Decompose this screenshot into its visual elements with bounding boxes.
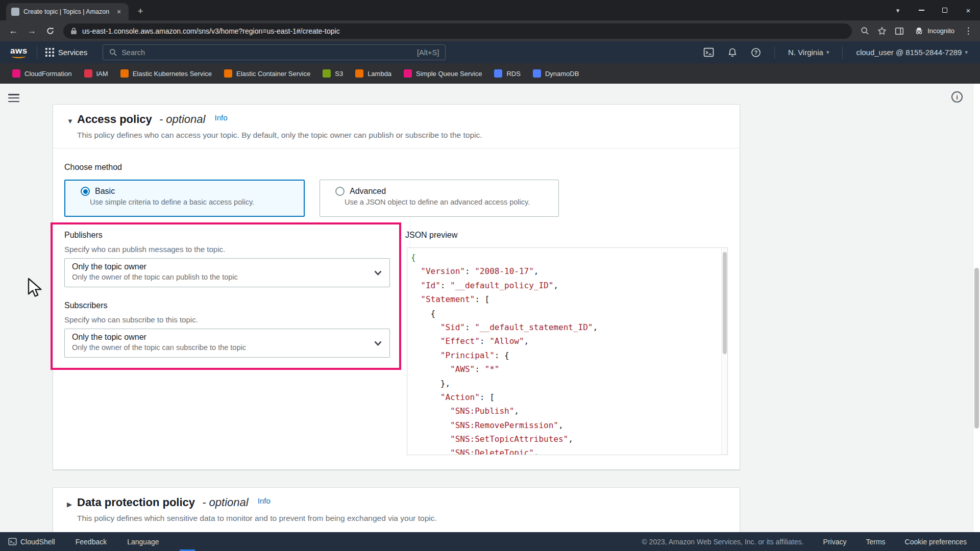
- bookmark-label: DynamoDB: [545, 70, 579, 78]
- svg-text:?: ?: [754, 49, 757, 56]
- help-nav-icon[interactable]: ?: [751, 47, 761, 58]
- incognito-icon: [914, 26, 924, 36]
- optional-suffix: - optional: [202, 496, 249, 509]
- cloudshell-button[interactable]: CloudShell: [8, 537, 55, 546]
- json-preview-line: },: [411, 377, 717, 390]
- bookmark-favicon-icon: [355, 69, 363, 78]
- window-minimize-button[interactable]: [910, 0, 933, 20]
- method-basic-description: Use simple criteria to define a basic ac…: [90, 198, 297, 206]
- minimize-icon: [919, 10, 924, 11]
- forward-button[interactable]: →: [23, 23, 40, 39]
- side-panel-icon[interactable]: [892, 23, 907, 39]
- bookmark-s3[interactable]: S3: [317, 67, 348, 80]
- privacy-link[interactable]: Privacy: [823, 538, 847, 546]
- new-tab-button[interactable]: +: [133, 4, 148, 19]
- incognito-label: Incognito: [927, 27, 954, 35]
- access-policy-description: This policy defines who can access your …: [77, 131, 482, 140]
- section-title-text: Data protection policy: [77, 496, 195, 509]
- bookmark-simple-queue-service[interactable]: Simple Queue Service: [399, 67, 487, 80]
- tab-search-chevron-icon[interactable]: ▾: [886, 0, 910, 20]
- radio-advanced[interactable]: [335, 187, 345, 196]
- bookmark-favicon-icon: [323, 69, 331, 78]
- address-bar[interactable]: [63, 23, 852, 39]
- bookmark-label: Simple Queue Service: [416, 70, 482, 78]
- data-protection-title: Data protection policy - optional Info: [77, 496, 271, 509]
- select-chevron-icon: [374, 270, 382, 276]
- cookie-preferences-link[interactable]: Cookie preferences: [905, 538, 967, 546]
- bookmark-label: Elastic Kubernetes Service: [133, 70, 212, 78]
- bookmark-favicon-icon: [224, 69, 232, 78]
- bookmark-elastic-container-service[interactable]: Elastic Container Service: [219, 67, 315, 80]
- info-link[interactable]: Info: [258, 496, 271, 505]
- bookmark-label: S3: [335, 70, 343, 78]
- subscribers-select[interactable]: Only the topic owner Only the owner of t…: [64, 329, 390, 358]
- copyright-text: © 2023, Amazon Web Services, Inc. or its…: [642, 538, 803, 546]
- expand-caret-icon[interactable]: ▶: [67, 500, 72, 508]
- lock-icon: [70, 27, 77, 35]
- method-option-advanced[interactable]: Advanced Use a JSON object to define an …: [320, 180, 559, 217]
- bookmark-dynamodb[interactable]: DynamoDB: [528, 67, 584, 80]
- chevron-down-icon: ▾: [965, 49, 968, 56]
- aws-search-input[interactable]: [121, 48, 412, 57]
- json-preview-line: "Action": [: [411, 390, 717, 404]
- region-selector[interactable]: N. Virginia ▾: [788, 48, 829, 57]
- bookmark-iam[interactable]: IAM: [79, 67, 113, 80]
- json-preview-scrollbar[interactable]: [721, 248, 727, 455]
- json-preview-line: "SNS:RemovePermission",: [411, 418, 717, 432]
- zoom-indicator-icon[interactable]: [857, 23, 872, 39]
- refresh-button[interactable]: [42, 23, 58, 39]
- json-preview-line: "Effect": "Allow",: [411, 334, 717, 348]
- refresh-icon: [46, 27, 55, 35]
- json-preview-line: "Id": "__default_policy_ID",: [411, 279, 717, 292]
- notifications-bell-icon[interactable]: [727, 47, 738, 58]
- page-scrollbar[interactable]: [973, 84, 980, 532]
- bookmark-cloudformation[interactable]: CloudFormation: [7, 67, 77, 80]
- json-preview-line: "Principal": {: [411, 348, 717, 362]
- services-menu[interactable]: Services: [37, 48, 96, 57]
- access-policy-title: Access policy - optional Info: [77, 113, 228, 126]
- json-preview-code[interactable]: { "Version": "2008-10-17", "Id": "__defa…: [407, 247, 728, 455]
- bookmarks-bar: CloudFormationIAMElastic Kubernetes Serv…: [0, 63, 980, 84]
- browser-tab[interactable]: Create topic | Topics | Amazon S ×: [6, 3, 129, 20]
- account-menu[interactable]: cloud_user @ 8155-2844-7289 ▾: [856, 48, 968, 57]
- json-preview-scroll-thumb[interactable]: [723, 252, 727, 354]
- browser-toolbar: ← → Incognito ⋮: [0, 20, 980, 41]
- json-preview-line: "SNS:SetTopicAttributes",: [411, 432, 717, 446]
- aws-logo[interactable]: aws: [10, 47, 28, 58]
- language-link[interactable]: Language: [127, 538, 159, 546]
- json-preview-line: "SNS:Publish",: [411, 404, 717, 418]
- browser-menu-icon[interactable]: ⋮: [962, 26, 975, 36]
- cloudshell-icon: [8, 537, 17, 546]
- data-protection-header: ▶ Data protection policy - optional Info…: [53, 488, 740, 532]
- side-nav-toggle[interactable]: [8, 93, 20, 103]
- search-icon: [109, 48, 117, 56]
- aws-search-box[interactable]: [Alt+S]: [103, 44, 446, 60]
- data-protection-description: This policy defines which sensitive data…: [77, 514, 437, 523]
- tab-close-icon[interactable]: ×: [114, 7, 124, 16]
- info-panel-icon[interactable]: i: [951, 91, 963, 103]
- bookmark-lambda[interactable]: Lambda: [350, 67, 397, 80]
- back-button[interactable]: ←: [5, 23, 21, 39]
- bookmark-favicon-icon: [404, 69, 412, 78]
- page-scroll-thumb[interactable]: [974, 268, 979, 429]
- method-option-basic[interactable]: Basic Use simple criteria to define a ba…: [64, 180, 305, 217]
- feedback-link[interactable]: Feedback: [76, 538, 107, 546]
- cloudshell-nav-icon[interactable]: [703, 47, 714, 58]
- json-preview-line: "Version": "2008-10-17",: [411, 264, 717, 278]
- bookmark-rds[interactable]: RDS: [489, 67, 525, 80]
- subscribers-label: Subscribers: [64, 301, 107, 310]
- url-input[interactable]: [82, 27, 845, 35]
- bookmark-star-icon[interactable]: [874, 23, 890, 39]
- info-link[interactable]: Info: [215, 113, 228, 122]
- json-preview-line: {: [411, 307, 717, 320]
- bookmark-elastic-kubernetes-service[interactable]: Elastic Kubernetes Service: [115, 67, 217, 80]
- window-close-button[interactable]: ×: [957, 0, 980, 20]
- collapse-caret-icon[interactable]: ▼: [67, 117, 74, 125]
- radio-basic[interactable]: [81, 187, 90, 196]
- bookmark-favicon-icon: [84, 69, 92, 78]
- window-restore-button[interactable]: [933, 0, 957, 20]
- terms-link[interactable]: Terms: [866, 538, 885, 546]
- bookmark-favicon-icon: [494, 69, 502, 78]
- account-label: cloud_user @ 8155-2844-7289: [856, 48, 962, 57]
- publishers-select[interactable]: Only the topic owner Only the owner of t…: [64, 258, 390, 287]
